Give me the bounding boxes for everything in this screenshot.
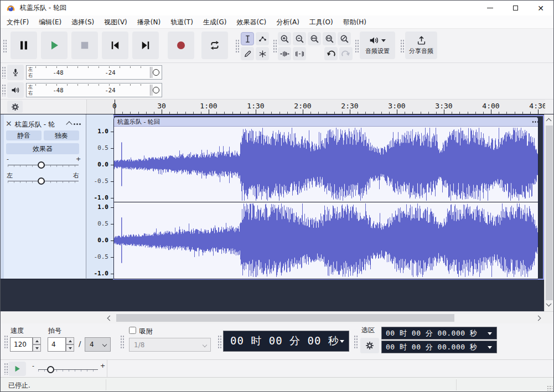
horizontal-scrollbar[interactable] <box>1 311 553 323</box>
close-button[interactable]: ✕ <box>528 1 553 15</box>
scroll-right-icon[interactable] <box>536 316 541 321</box>
waveform-right-channel[interactable] <box>114 202 538 278</box>
undo-button[interactable] <box>324 47 338 60</box>
tools-toolbar-grip[interactable] <box>235 39 239 54</box>
vertical-scrollbar-thumb[interactable] <box>546 126 553 300</box>
clip-indicator-icon[interactable] <box>153 87 159 93</box>
menu-item-8[interactable]: 效果器(C) <box>232 15 272 29</box>
vertical-scrollbar[interactable] <box>544 114 553 311</box>
multi-tool-button[interactable] <box>256 47 269 60</box>
dropdown-arrow-icon[interactable] <box>340 340 344 343</box>
track-select-strip[interactable] <box>1 114 4 279</box>
effects-button[interactable]: 效果器 <box>6 143 79 154</box>
clip-menu-button[interactable] <box>532 121 534 123</box>
envelope-tool-button[interactable] <box>256 32 269 45</box>
transport-toolbar-grip[interactable] <box>3 39 7 54</box>
menu-item-7[interactable]: 生成(G) <box>198 15 232 29</box>
menu-item-6[interactable]: 轨道(T) <box>165 15 198 29</box>
minimize-button[interactable] <box>477 1 503 15</box>
beats-per-measure-input[interactable] <box>48 337 66 352</box>
share-toolbar-grip[interactable] <box>400 39 404 54</box>
draw-tool-button[interactable] <box>241 47 254 60</box>
menu-item-2[interactable]: 编辑(E) <box>34 15 66 29</box>
fit-selection-button[interactable] <box>308 32 321 45</box>
tempo-input[interactable] <box>10 337 33 352</box>
menu-item-1[interactable]: 文件(F) <box>2 15 34 29</box>
recording-meter-grip[interactable] <box>2 66 6 79</box>
selection-options-button[interactable] <box>360 338 379 353</box>
timeline-options-button[interactable] <box>7 101 23 113</box>
menu-item-4[interactable]: 视图(V) <box>99 15 132 29</box>
redo-button[interactable] <box>339 47 353 60</box>
pause-button[interactable] <box>11 32 37 59</box>
beats-step-up[interactable] <box>66 337 74 344</box>
vertical-scale-ruler[interactable]: 1.00.50.0-0.5-1.01.00.50.0-0.5-1.0 <box>86 114 113 279</box>
dropdown-arrow-icon[interactable] <box>488 332 492 335</box>
timeline-ruler[interactable]: 0301:001:302:002:303:003:304:004:30 <box>86 100 545 114</box>
fit-project-button[interactable] <box>323 32 336 45</box>
audio-position-display[interactable]: 00 时 00 分 00 秒 <box>223 331 349 352</box>
playback-meter-speaker-button[interactable] <box>7 82 24 98</box>
menu-item-5[interactable]: 播录(N) <box>132 15 165 29</box>
edit-toolbar-grip[interactable] <box>273 39 277 54</box>
gain-slider-thumb[interactable] <box>38 161 45 169</box>
menu-item-11[interactable]: 帮助(H) <box>338 15 371 29</box>
selection-toolbar-grip[interactable] <box>354 335 358 348</box>
menu-item-9[interactable]: 分析(A) <box>271 15 304 29</box>
track-control-panel[interactable]: × 杭盖乐队 - 轮 静音 独奏 效果器 - + 左 右 <box>1 114 86 279</box>
snap-interval-dropdown[interactable]: 1/8 <box>129 338 211 352</box>
time-toolbar-grip[interactable] <box>4 335 8 348</box>
menu-item-3[interactable]: 选择(S) <box>66 15 99 29</box>
horizontal-scrollbar-thumb[interactable] <box>116 314 454 322</box>
track-name[interactable]: 杭盖乐队 - 轮 <box>15 120 55 129</box>
selection-tool-button[interactable] <box>241 32 254 45</box>
record-meter-mic-button[interactable] <box>7 65 24 80</box>
recording-meter-scale[interactable]: 左 右 -48 -24 <box>26 65 162 80</box>
tempo-step-up[interactable] <box>33 337 41 344</box>
snap-checkbox[interactable] <box>129 327 136 334</box>
speed-slider-thumb[interactable] <box>47 366 54 373</box>
track-collapse-icon[interactable] <box>66 121 72 127</box>
playback-meter-scale[interactable]: 左 右 -48 -24 <box>26 83 162 97</box>
selection-end-display[interactable]: 00 时 00 分 00.000 秒 <box>381 341 497 353</box>
play-at-speed-button[interactable] <box>8 362 26 376</box>
track-close-button[interactable]: × <box>6 119 12 128</box>
trim-audio-button[interactable] <box>278 47 291 60</box>
selection-start-display[interactable]: 00 时 00 分 00.000 秒 <box>381 327 497 339</box>
playback-meter-grip[interactable] <box>2 84 6 96</box>
zoom-toggle-button[interactable] <box>338 32 351 45</box>
beats-step-down[interactable] <box>66 344 74 352</box>
mute-button[interactable]: 静音 <box>6 130 42 140</box>
clip-header[interactable]: 杭盖乐队 - 轮回 <box>114 117 538 127</box>
zoom-out-button[interactable] <box>293 32 306 45</box>
play-at-speed-grip[interactable] <box>4 363 8 375</box>
scroll-up-icon[interactable] <box>546 118 552 124</box>
audio-setup-toolbar-grip[interactable] <box>355 39 359 54</box>
maximize-button[interactable] <box>503 1 528 15</box>
tempo-stepper[interactable] <box>33 337 41 352</box>
track-menu-icon[interactable] <box>74 123 75 125</box>
zoom-in-button[interactable] <box>278 32 291 45</box>
stop-button[interactable] <box>71 32 98 59</box>
skip-to-end-button[interactable] <box>132 32 159 59</box>
scroll-left-icon[interactable] <box>107 316 113 321</box>
solo-button[interactable]: 独奏 <box>44 130 79 140</box>
record-button[interactable] <box>168 32 194 59</box>
time-display-grip[interactable] <box>218 335 221 348</box>
dropdown-arrow-icon[interactable] <box>488 346 492 349</box>
play-button[interactable] <box>41 32 68 59</box>
clip-indicator-icon[interactable] <box>153 69 159 76</box>
silence-audio-button[interactable] <box>293 47 306 60</box>
loop-button[interactable] <box>201 32 228 59</box>
waveform-left-channel[interactable] <box>114 127 538 202</box>
note-value-dropdown[interactable]: 4 <box>85 337 111 352</box>
pan-slider-thumb[interactable] <box>38 177 45 185</box>
snapping-toolbar-grip[interactable] <box>120 335 124 348</box>
window-resize-grip[interactable] <box>547 385 552 391</box>
audio-setup-button[interactable]: 音频设置 <box>360 32 395 59</box>
share-audio-button[interactable]: 分享音频 <box>405 32 437 59</box>
beats-stepper[interactable] <box>66 337 74 352</box>
menu-item-10[interactable]: 工具(O) <box>304 15 338 29</box>
skip-to-start-button[interactable] <box>102 32 128 59</box>
scroll-down-icon[interactable] <box>546 301 552 307</box>
